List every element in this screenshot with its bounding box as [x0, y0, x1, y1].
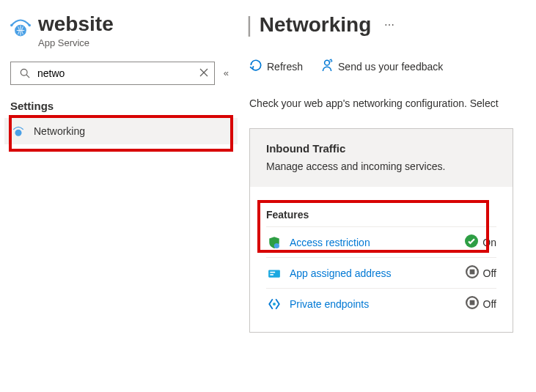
feature-state: On — [482, 237, 496, 248]
status-on-icon — [465, 234, 478, 250]
svg-rect-11 — [268, 270, 280, 277]
inbound-traffic-card: Inbound Traffic Manage access and incomi… — [249, 128, 513, 333]
command-bar: Refresh Send us your feedback — [246, 59, 536, 89]
svg-point-2 — [29, 24, 32, 27]
feedback-button[interactable]: Send us your feedback — [320, 59, 443, 74]
feedback-label: Send us your feedback — [338, 61, 443, 73]
feature-row-app-assigned-address: App assigned address Off — [266, 257, 496, 288]
divider: | — [246, 14, 252, 36]
sidebar-search-input[interactable] — [33, 67, 199, 79]
svg-line-4 — [26, 75, 29, 78]
sidebar-item-networking[interactable]: Networking — [4, 118, 238, 144]
svg-rect-12 — [270, 271, 275, 273]
status-off-icon — [466, 296, 479, 311]
resource-header: website App Service — [10, 13, 232, 48]
features-label: Features — [266, 209, 496, 221]
blade-title: Networking — [260, 13, 371, 37]
sidebar-search[interactable] — [10, 62, 215, 85]
svg-rect-13 — [270, 274, 273, 275]
resource-type: App Service — [38, 37, 114, 48]
feature-state: Off — [483, 298, 496, 310]
svg-point-3 — [21, 69, 27, 75]
collapse-sidebar-icon[interactable]: « — [221, 67, 232, 78]
feature-link-private-endpoints[interactable]: Private endpoints — [290, 298, 458, 310]
refresh-icon — [249, 59, 263, 74]
feature-row-access-restriction: Access restriction On — [266, 226, 496, 257]
svg-rect-18 — [469, 300, 474, 306]
card-title: Inbound Traffic — [266, 142, 496, 155]
search-icon — [17, 68, 33, 78]
feature-state: Off — [483, 267, 496, 279]
app-service-icon — [10, 18, 31, 40]
feature-link-access-restriction[interactable]: Access restriction — [290, 237, 458, 248]
sidebar-section-settings: Settings — [10, 100, 232, 112]
endpoints-icon — [266, 297, 282, 311]
shield-icon — [266, 236, 282, 249]
resource-name: website — [38, 13, 114, 36]
address-icon — [266, 267, 282, 280]
sidebar-item-label: Networking — [34, 125, 85, 137]
svg-point-1 — [10, 24, 13, 27]
more-actions-icon[interactable]: ⋯ — [378, 19, 396, 31]
svg-point-8 — [325, 60, 330, 65]
feature-row-private-endpoints: Private endpoints Off — [266, 288, 496, 319]
refresh-label: Refresh — [267, 61, 303, 73]
feedback-icon — [320, 59, 334, 74]
svg-point-16 — [273, 302, 276, 305]
refresh-button[interactable]: Refresh — [249, 59, 303, 74]
networking-icon — [10, 125, 26, 138]
feature-link-app-assigned-address[interactable]: App assigned address — [290, 267, 458, 279]
card-subtitle: Manage access and incoming services. — [266, 160, 496, 172]
svg-point-7 — [15, 130, 22, 136]
svg-rect-15 — [469, 270, 474, 275]
svg-point-9 — [274, 243, 279, 248]
clear-search-icon[interactable] — [199, 67, 208, 79]
blade-description: Check your web app's networking configur… — [246, 89, 536, 109]
status-off-icon — [466, 265, 479, 281]
